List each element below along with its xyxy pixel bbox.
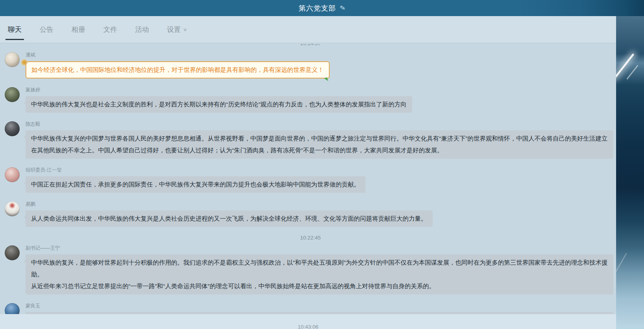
message-bubble[interactable]: 中华民族的伟大复兴也是社会主义制度的胜利，是对西方长期以来持有的“历史终结论”观… [26, 96, 412, 113]
avatar[interactable] [5, 303, 20, 314]
timestamp: 10:22:45 [5, 235, 616, 241]
message-bubble[interactable]: 从人类命运共同体出发，中华民族的伟大复兴是人类社会历史进程的又一次飞跃，为解决全… [26, 210, 433, 227]
avatar[interactable] [5, 201, 20, 216]
chat-message: 易鹏 从人类命运共同体出发，中华民族的伟大复兴是人类社会历史进程的又一次飞跃，为… [5, 201, 616, 227]
tab-chat[interactable]: 聊天 [6, 16, 24, 43]
sender-name: 陈志毅 [26, 121, 613, 128]
edit-title-icon[interactable]: ✎ [339, 4, 346, 13]
chat-message: 夏姝婷 中华民族的伟大复兴也是社会主义制度的胜利，是对西方长期以来持有的“历史终… [5, 86, 616, 113]
message-bubble[interactable]: 中华民族的复兴，是能够对世界起到十分积极的作用的。我们追求的不是霸权主义与强权政… [26, 254, 613, 294]
chat-history[interactable]: 10:14:57 潘斌 ✺ 如今经济全球化，中国国际地位和经济地位的提升，对于世… [0, 44, 616, 314]
sender-name: 副书记——王宁 [26, 245, 613, 252]
chat-message: 副书记——王宁 中华民族的复兴，是能够对世界起到十分积极的作用的。我们追求的不是… [5, 245, 616, 294]
avatar[interactable] [5, 167, 20, 182]
chevron-down-icon: ∨ [183, 27, 187, 32]
group-header: 第六党支部 ✎ [0, 0, 644, 16]
sender-name: 夏姝婷 [26, 87, 412, 93]
message-bubble[interactable]: 中国正在担起大国责任，承担更多的国际责任，中华民族伟大复兴带来的国力提升也会极大… [26, 176, 365, 193]
tab-album[interactable]: 相册 [69, 16, 88, 43]
avatar[interactable] [5, 245, 20, 260]
group-title: 第六党支部 [299, 4, 336, 13]
light-streak [626, 65, 638, 80]
flower-ornament-icon: ✺ [21, 57, 28, 69]
tab-announcements[interactable]: 公告 [37, 16, 56, 43]
timestamp-clipped-bottom: 10:43:06 [0, 314, 616, 329]
tab-activities[interactable]: 活动 [133, 16, 151, 43]
sender-name: 潘斌 [26, 52, 330, 58]
sender-name: 易鹏 [26, 201, 433, 208]
light-streak [616, 253, 627, 274]
sender-name: 组织委员-江一玺 [26, 167, 365, 174]
tab-settings[interactable]: 设置 ∨ [165, 16, 189, 43]
avatar[interactable] [5, 52, 20, 67]
chat-message: 蒙良玉 中华民族的伟大复兴不仅实现了中华文明的振兴，更有利于世界多级化，进而使世… [5, 302, 616, 314]
light-streak [616, 53, 634, 79]
timestamp-clipped-top: 10:14:57 [5, 44, 616, 48]
chat-message: 陈志毅 中华民族伟大复兴的中国梦与世界各国人民的美好梦想息息相通。从世界视野看，… [5, 121, 616, 159]
group-panel: 聊天 公告 相册 文件 活动 设置 ∨ 10:14:57 潘斌 ✺ 如今经济全球… [0, 16, 616, 329]
chat-message: 组织委员-江一玺 中国正在担起大国责任，承担更多的国际责任，中华民族伟大复兴带来… [5, 166, 616, 193]
tab-bar: 聊天 公告 相册 文件 活动 设置 ∨ [0, 16, 616, 43]
sent-indicator-icon [324, 77, 328, 82]
message-bubble-highlighted[interactable]: ✺ 如今经济全球化，中国国际地位和经济地位的提升，对于世界的影响都是具有影响的，… [26, 61, 330, 79]
tab-files[interactable]: 文件 [101, 16, 119, 43]
message-bubble[interactable]: 中华民族伟大复兴的中国梦与世界各国人民的美好梦想息息相通。从世界视野看，中国梦是… [26, 130, 613, 159]
sender-name: 蒙良玉 [26, 303, 613, 309]
background-artwork [616, 16, 644, 329]
avatar[interactable] [5, 121, 20, 136]
avatar[interactable] [5, 87, 20, 102]
chat-message: 潘斌 ✺ 如今经济全球化，中国国际地位和经济地位的提升，对于世界的影响都是具有影… [5, 51, 616, 79]
